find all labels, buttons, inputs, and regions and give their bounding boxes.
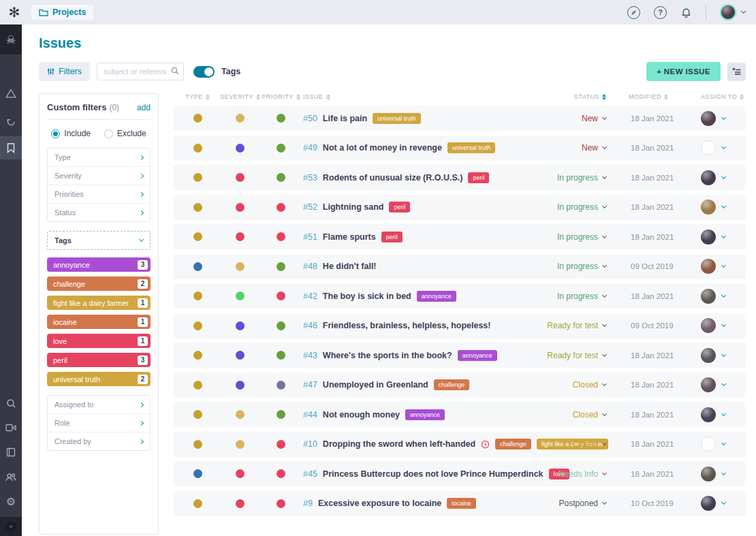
include-radio[interactable]: Include xyxy=(51,129,91,138)
avatar[interactable] xyxy=(701,140,716,155)
avatar[interactable] xyxy=(701,230,716,245)
status-dropdown[interactable]: In progress xyxy=(538,291,606,301)
wiki-book-icon[interactable] xyxy=(0,441,22,464)
assign-to-dropdown[interactable] xyxy=(691,200,746,215)
filter-category-status[interactable]: Status xyxy=(48,203,150,221)
filter-category-created-by[interactable]: Created by xyxy=(48,432,150,450)
status-dropdown[interactable]: In progress xyxy=(538,202,606,212)
status-dropdown[interactable]: In progress xyxy=(538,232,606,242)
severity-dot[interactable] xyxy=(236,262,245,271)
avatar[interactable] xyxy=(701,496,716,511)
issue-ref[interactable]: #48 xyxy=(303,262,317,271)
filters-button[interactable]: Filters xyxy=(39,62,90,81)
avatar[interactable] xyxy=(701,289,716,304)
severity-dot[interactable] xyxy=(236,351,245,360)
issue-ref[interactable]: #50 xyxy=(303,114,317,123)
priority-dot[interactable] xyxy=(277,203,285,212)
issue-title[interactable]: Rodents of unusual size (R.O.U.S.) xyxy=(323,173,463,183)
type-dot[interactable] xyxy=(193,351,202,360)
help-icon[interactable]: ? xyxy=(654,6,667,19)
assign-to-dropdown[interactable] xyxy=(691,259,746,274)
avatar[interactable] xyxy=(701,170,716,185)
bulk-add-button[interactable] xyxy=(727,63,746,81)
filter-category-assigned-to[interactable]: Assigned to xyxy=(48,396,150,413)
header-issue[interactable]: ISSUE xyxy=(303,93,538,100)
type-dot[interactable] xyxy=(193,232,202,241)
meetings-video-icon[interactable] xyxy=(0,416,22,439)
status-dropdown[interactable]: Closed xyxy=(538,439,606,449)
issues-bookmark-icon[interactable] xyxy=(0,136,22,159)
search-icon[interactable] xyxy=(171,67,179,75)
priority-dot[interactable] xyxy=(277,321,285,330)
header-assign-to[interactable]: ASSIGN TO xyxy=(691,93,746,100)
tag-filter-universal-truth[interactable]: universal truth2 xyxy=(47,372,151,386)
issue-ref[interactable]: #47 xyxy=(303,380,317,390)
issue-ref[interactable]: #45 xyxy=(303,469,317,479)
issue-title[interactable]: Not a lot of money in revenge xyxy=(323,143,442,153)
avatar[interactable] xyxy=(720,4,736,20)
issue-title[interactable]: Unemployed in Greenland xyxy=(323,380,428,390)
avatar[interactable] xyxy=(701,259,716,274)
avatar[interactable] xyxy=(701,200,716,215)
severity-dot[interactable] xyxy=(236,469,245,478)
severity-dot[interactable] xyxy=(236,321,245,330)
epics-triangle-icon[interactable] xyxy=(0,82,22,105)
status-dropdown[interactable]: Closed xyxy=(538,410,606,420)
type-dot[interactable] xyxy=(193,381,202,390)
issue-ref[interactable]: #44 xyxy=(303,410,317,420)
priority-dot[interactable] xyxy=(277,440,285,449)
header-priority[interactable]: PRIORITY xyxy=(262,93,300,100)
priority-dot[interactable] xyxy=(277,499,285,508)
priority-dot[interactable] xyxy=(277,469,285,478)
priority-dot[interactable] xyxy=(277,173,285,182)
severity-dot[interactable] xyxy=(236,499,245,508)
breadcrumb[interactable]: Projects xyxy=(31,5,93,20)
expand-icon[interactable]: » xyxy=(5,521,16,532)
priority-dot[interactable] xyxy=(277,351,285,360)
backlog-refresh-icon[interactable] xyxy=(0,109,22,132)
issue-title[interactable]: Life is pain xyxy=(323,114,367,123)
assign-to-dropdown[interactable] xyxy=(691,170,746,185)
issue-title[interactable]: Lightning sand xyxy=(323,202,384,212)
issue-title[interactable]: The boy is sick in bed xyxy=(323,291,411,301)
status-dropdown[interactable]: Closed xyxy=(538,380,606,390)
status-dropdown[interactable]: In progress xyxy=(538,262,606,271)
issue-ref[interactable]: #43 xyxy=(303,351,317,360)
tag-filter-iocaine[interactable]: iocaine1 xyxy=(47,315,151,329)
assign-to-dropdown[interactable] xyxy=(691,467,746,482)
issue-title[interactable]: Dropping the sword when left-handed xyxy=(323,439,475,449)
type-dot[interactable] xyxy=(193,291,202,300)
filter-category-type[interactable]: Type xyxy=(48,148,150,166)
notifications-bell-icon[interactable] xyxy=(680,7,692,18)
avatar[interactable] xyxy=(701,437,716,452)
header-modified[interactable]: MODIFIED xyxy=(606,93,691,100)
add-filter-link[interactable]: add xyxy=(137,103,151,112)
severity-dot[interactable] xyxy=(236,203,245,212)
user-menu[interactable] xyxy=(720,4,745,20)
issue-ref[interactable]: #53 xyxy=(303,173,317,183)
assign-to-dropdown[interactable] xyxy=(691,437,746,452)
issue-title[interactable]: Excessive exposure to Iocaine xyxy=(318,499,441,508)
type-dot[interactable] xyxy=(193,114,202,123)
compass-icon[interactable] xyxy=(627,6,640,19)
avatar[interactable] xyxy=(701,407,716,422)
priority-dot[interactable] xyxy=(277,232,285,241)
priority-dot[interactable] xyxy=(277,381,285,390)
assign-to-dropdown[interactable] xyxy=(691,496,746,511)
status-dropdown[interactable]: Needs Info xyxy=(538,469,606,479)
issue-title[interactable]: He didn't fall! xyxy=(323,262,377,271)
priority-dot[interactable] xyxy=(277,291,285,300)
tag-filter-peril[interactable]: peril3 xyxy=(47,353,151,367)
type-dot[interactable] xyxy=(193,469,202,478)
issue-title[interactable]: Princess Buttercup does not love Prince … xyxy=(323,469,544,479)
type-dot[interactable] xyxy=(193,173,202,182)
filter-category-role[interactable]: Role xyxy=(48,413,150,432)
project-logo-skull-icon[interactable]: ☠ xyxy=(0,25,22,54)
assign-to-dropdown[interactable] xyxy=(691,111,746,126)
status-dropdown[interactable]: Ready for test xyxy=(538,321,606,330)
assign-to-dropdown[interactable] xyxy=(691,407,746,422)
app-logo-icon[interactable]: ✻ xyxy=(5,3,23,21)
assign-to-dropdown[interactable] xyxy=(691,289,746,304)
type-dot[interactable] xyxy=(193,440,202,449)
search-icon[interactable] xyxy=(0,392,22,415)
